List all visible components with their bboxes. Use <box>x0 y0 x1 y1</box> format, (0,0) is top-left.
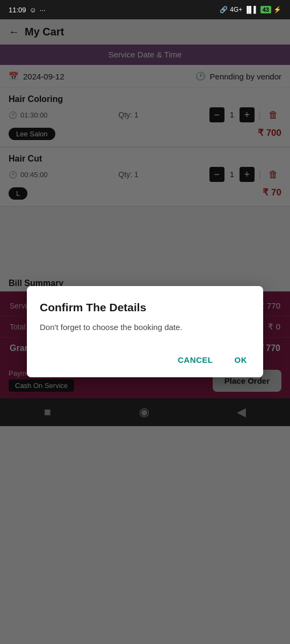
status-left: 11:09 ☺ ··· <box>9 6 46 14</box>
battery-display: 43 <box>260 6 271 13</box>
ok-button[interactable]: OK <box>231 353 251 367</box>
signal-bars: ▐▌▌ <box>244 6 258 13</box>
link-icon: 🔗 <box>220 6 228 13</box>
dialog-actions: CANCEL OK <box>40 353 250 367</box>
page-background: ← My Cart Service Date & Time 📅 2024-09-… <box>0 19 290 644</box>
status-icon: ☺ <box>30 6 37 14</box>
dialog-title: Confirm The Details <box>40 301 250 314</box>
charging-icon: ⚡ <box>273 6 281 13</box>
cancel-button[interactable]: CANCEL <box>175 353 216 367</box>
network-type: 4G+ <box>230 6 242 13</box>
dialog-message: Don't forget to choose the booking date. <box>40 321 250 334</box>
status-bar: 11:09 ☺ ··· 🔗 4G+ ▐▌▌ 43 ⚡ <box>0 0 290 19</box>
dialog-overlay[interactable]: Confirm The Details Don't forget to choo… <box>0 19 290 644</box>
confirm-dialog: Confirm The Details Don't forget to choo… <box>27 286 263 377</box>
status-dots: ··· <box>40 6 46 14</box>
time-display: 11:09 <box>9 6 26 14</box>
status-right: 🔗 4G+ ▐▌▌ 43 ⚡ <box>220 6 281 13</box>
